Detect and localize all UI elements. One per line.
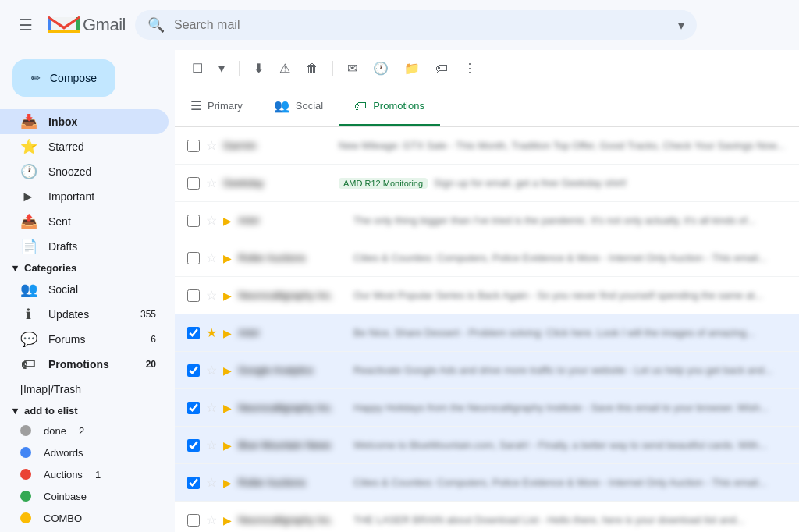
star-button[interactable]: ☆ [206, 288, 217, 303]
sidebar-item-starred[interactable]: ⭐ Starred [0, 134, 169, 159]
compose-button[interactable]: ✏ Compose [12, 59, 115, 97]
add-label-section[interactable]: ▾ add to elist [0, 402, 175, 420]
sidebar-item-social[interactable]: 👥 Social [0, 277, 169, 302]
report-spam-button[interactable]: ⚠ [275, 56, 295, 80]
table-row[interactable]: ☆ ▶ Roller Auctions Cities & Counties: C… [175, 464, 799, 502]
star-button[interactable]: ☆ [206, 438, 217, 452]
star-button[interactable]: ☆ [206, 475, 217, 490]
important-marker[interactable]: ▶ [223, 514, 232, 527]
sidebar-label-adwords[interactable]: Adwords [0, 442, 169, 463]
row-checkbox[interactable] [187, 477, 200, 489]
row-checkbox[interactable] [187, 364, 200, 377]
email-snippet: The only thing bigger than I've tried is… [353, 215, 787, 226]
star-button[interactable]: ☆ [206, 250, 217, 265]
table-row[interactable]: ☆ Garmin New Mileage: GTX Sale - This Mo… [175, 127, 799, 165]
star-button[interactable]: ☆ [206, 176, 217, 190]
star-button[interactable]: ★ [206, 325, 217, 340]
snooze-button[interactable]: 🕐 [368, 56, 393, 80]
tab-primary[interactable]: ☰ Primary [175, 87, 258, 126]
important-marker[interactable]: ▶ [223, 215, 232, 227]
table-row[interactable]: ☆ ▶ Neurocalligraphy Inc. Our Most Popul… [175, 277, 799, 314]
move-to-button[interactable]: 📁 [400, 56, 424, 80]
label-button[interactable]: 🏷 [431, 57, 453, 80]
row-checkbox[interactable] [187, 289, 200, 302]
search-input[interactable] [174, 18, 669, 32]
categories-section[interactable]: ▾ Categories [0, 259, 175, 277]
mark-read-button[interactable]: ✉ [343, 56, 362, 80]
compose-label: Compose [50, 72, 97, 84]
row-checkbox[interactable] [187, 140, 200, 152]
sidebar-label-coinbase[interactable]: Coinbase [0, 485, 169, 507]
gmail-logo-text: Gmail [83, 15, 126, 35]
add-label-text: add to elist [24, 405, 78, 417]
table-row[interactable]: ☆ ▶ Roller Auctions Cities & Counties: C… [175, 239, 799, 277]
important-marker[interactable]: ▶ [223, 364, 232, 377]
table-row[interactable]: ☆ ▶ Arbri The only thing bigger than I'v… [175, 202, 799, 239]
search-icon: 🔍 [147, 16, 165, 34]
sidebar-item-forums[interactable]: 💬 Forums 6 [0, 327, 169, 352]
sidebar-item-promotions[interactable]: 🏷 Promotions 20 [0, 352, 169, 377]
important-marker[interactable]: ▶ [223, 477, 232, 489]
tab-promotions[interactable]: 🏷 Promotions [339, 87, 440, 126]
email-snippet: Welcome to BlueMountain.com, Sarah! - Fi… [353, 439, 787, 451]
email-tabs: ☰ Primary 👥 Social 🏷 Promotions [175, 87, 799, 127]
label-text: COMBO [44, 512, 82, 524]
table-row[interactable]: ★ ▶ Arbri Be Nice, Share Dessert - Probl… [175, 314, 799, 352]
done-count: 2 [79, 425, 84, 437]
categories-arrow: ▾ [12, 262, 18, 274]
menu-button[interactable]: ☰ [12, 9, 39, 41]
row-checkbox[interactable] [187, 327, 200, 339]
promotions-tab-icon: 🏷 [354, 99, 367, 113]
star-button[interactable]: ☆ [206, 512, 217, 527]
sender-name: Google Analytics [238, 364, 347, 376]
tab-social[interactable]: 👥 Social [258, 87, 339, 126]
important-marker[interactable]: ▶ [223, 327, 232, 339]
email-snippet: Sign up for email, get a free Geekday sh… [434, 177, 787, 189]
important-marker[interactable]: ▶ [223, 402, 232, 414]
important-marker[interactable]: ▶ [223, 439, 232, 452]
row-checkbox[interactable] [187, 177, 200, 190]
sidebar-item-label: Social [48, 283, 156, 296]
sidebar-item-sent[interactable]: 📤 Sent [0, 209, 169, 234]
table-row[interactable]: ☆ ▶ Google Analytics Reactivate Google A… [175, 352, 799, 389]
star-button[interactable]: ☆ [206, 400, 217, 415]
delete-button[interactable]: 🗑 [301, 57, 323, 80]
row-checkbox[interactable] [187, 252, 200, 264]
email-snippet: Happy Holidays from the Neurocalligraphy… [353, 402, 787, 413]
table-row[interactable]: ☆ ▶ Blue Mountain News Welcome to BlueMo… [175, 427, 799, 464]
archive-button[interactable]: ⬇ [249, 56, 268, 80]
row-checkbox[interactable] [187, 514, 200, 527]
sidebar-label-comcast[interactable]: comcast [0, 529, 169, 532]
email-snippet: Reactivate Google Ads and drive more tra… [353, 364, 787, 376]
sidebar-item-label: Forums [48, 333, 138, 346]
sidebar-label-auctions[interactable]: Auctions 1 [0, 463, 169, 485]
star-button[interactable]: ☆ [206, 363, 217, 378]
row-checkbox[interactable] [187, 215, 200, 227]
sidebar-label-done[interactable]: done 2 [0, 420, 169, 442]
select-all-button[interactable]: ☐ [187, 56, 208, 80]
important-marker[interactable]: ▶ [223, 289, 232, 302]
important-marker[interactable]: ▶ [223, 252, 232, 264]
search-dropdown-icon[interactable]: ▾ [678, 18, 684, 33]
sidebar-item-updates[interactable]: ℹ Updates 355 [0, 302, 169, 327]
sidebar-label-combo[interactable]: COMBO [0, 507, 169, 529]
sidebar-item-snoozed[interactable]: 🕐 Snoozed [0, 159, 169, 184]
table-row[interactable]: ☆ ▶ Neurocalligraphy Inc. THE LASER BRAI… [175, 502, 799, 532]
sidebar-item-inbox[interactable]: 📥 Inbox [0, 109, 169, 134]
sender-name: Arbri [238, 215, 347, 226]
select-dropdown-button[interactable]: ▾ [214, 56, 229, 80]
updates-count: 355 [140, 309, 156, 320]
star-button[interactable]: ☆ [206, 138, 217, 153]
star-button[interactable]: ☆ [206, 213, 217, 228]
table-row[interactable]: ☆ ▶ Neurocalligraphy Inc. Happy Holidays… [175, 389, 799, 427]
row-checkbox[interactable] [187, 439, 200, 452]
sidebar-item-drafts[interactable]: 📄 Drafts [0, 234, 169, 259]
more-actions-button[interactable]: ⋮ [459, 56, 481, 80]
sidebar-item-important[interactable]: ► Important [0, 184, 169, 209]
table-row[interactable]: ☆ Geekday AMD R12 Monitoring Sign up for… [175, 165, 799, 202]
row-checkbox[interactable] [187, 402, 200, 414]
label-text: Auctions [44, 469, 83, 481]
tab-label: Primary [208, 100, 243, 112]
sidebar-item-trash[interactable]: [Imap]/Trash [0, 377, 169, 402]
label-text: done [44, 425, 66, 437]
